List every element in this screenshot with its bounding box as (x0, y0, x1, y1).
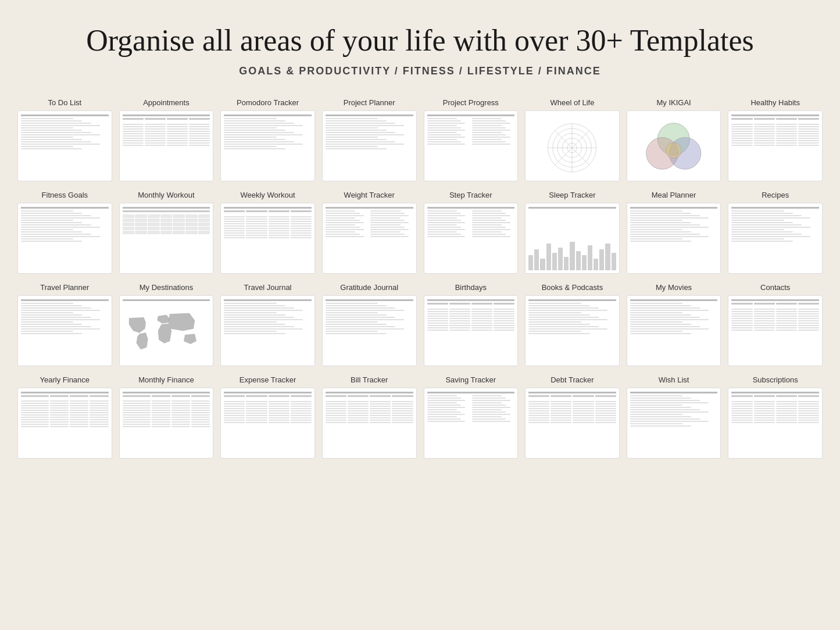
template-card-wheel-of-life[interactable]: Wheel of Life (525, 98, 620, 181)
template-card-contacts[interactable]: Contacts (728, 283, 823, 366)
template-label-wheel-of-life: Wheel of Life (551, 98, 595, 107)
template-card-my-destinations[interactable]: My Destinations (119, 283, 214, 366)
template-label-my-movies: My Movies (656, 283, 692, 292)
template-card-appointments[interactable]: Appointments (119, 98, 214, 181)
template-card-books-podcasts[interactable]: Books & Podcasts (525, 283, 620, 366)
template-card-to-do-list[interactable]: To Do List (17, 98, 112, 181)
template-card-expense-tracker[interactable]: Expense Tracker (220, 375, 315, 459)
template-card-birthdays[interactable]: Birthdays (424, 283, 519, 366)
template-preview-healthy-habits (728, 110, 823, 181)
template-label-step-tracker: Step Tracker (449, 191, 492, 199)
template-card-meal-planner[interactable]: Meal Planner (627, 191, 721, 274)
template-label-monthly-finance: Monthly Finance (138, 375, 194, 384)
template-label-my-ikigai: My IKIGAI (656, 98, 691, 107)
template-card-sleep-tracker[interactable]: Sleep Tracker (525, 191, 620, 274)
template-card-wish-list[interactable]: Wish List (627, 375, 721, 459)
template-preview-appointments (119, 110, 214, 181)
template-label-appointments: Appointments (143, 98, 190, 107)
template-preview-weight-tracker (322, 203, 417, 274)
template-preview-my-ikigai (627, 110, 721, 181)
template-preview-pomodoro-tracker (220, 110, 315, 181)
template-card-project-progress[interactable]: Project Progress (424, 98, 519, 181)
template-card-yearly-finance[interactable]: Yearly Finance (17, 375, 112, 459)
template-label-monthly-workout: Monthly Workout (138, 191, 194, 199)
template-label-fitness-goals: Fitness Goals (42, 191, 88, 199)
template-card-travel-planner[interactable]: Travel Planner (17, 283, 112, 366)
template-label-project-progress: Project Progress (443, 98, 499, 107)
template-label-to-do-list: To Do List (48, 98, 81, 107)
template-card-my-ikigai[interactable]: My IKIGAI (627, 98, 721, 181)
template-preview-meal-planner (627, 203, 721, 274)
template-label-weekly-workout: Weekly Workout (240, 191, 295, 199)
template-preview-bill-tracker (322, 388, 417, 459)
grid-row-row3: Travel PlannerMy Destinations Tra (17, 283, 823, 366)
template-preview-to-do-list (17, 110, 112, 181)
template-preview-wish-list (627, 388, 721, 459)
template-card-gratitude-journal[interactable]: Gratitude Journal (322, 283, 417, 366)
template-label-expense-tracker: Expense Tracker (240, 375, 296, 384)
page-subtitle: GOALS & PRODUCTIVITY / FITNESS / LIFESTY… (239, 65, 601, 77)
template-card-monthly-finance[interactable]: Monthly Finance (119, 375, 214, 459)
template-label-birthdays: Birthdays (455, 283, 487, 292)
template-label-saving-tracker: Saving Tracker (445, 375, 496, 384)
template-label-contacts: Contacts (760, 283, 790, 292)
template-card-debt-tracker[interactable]: Debt Tracker (525, 375, 620, 459)
template-preview-step-tracker (424, 203, 519, 274)
template-preview-travel-journal (220, 295, 315, 366)
template-card-weight-tracker[interactable]: Weight Tracker (322, 191, 417, 274)
template-card-saving-tracker[interactable]: Saving Tracker (424, 375, 519, 459)
template-label-debt-tracker: Debt Tracker (551, 375, 594, 384)
template-preview-my-movies (627, 295, 721, 366)
grid-row-row4: Yearly FinanceMonthly FinanceExpense Tra… (17, 375, 823, 459)
template-label-project-planner: Project Planner (344, 98, 395, 107)
template-preview-project-progress (424, 110, 519, 181)
template-preview-saving-tracker (424, 388, 519, 459)
template-label-healthy-habits: Healthy Habits (750, 98, 800, 107)
template-preview-contacts (728, 295, 823, 366)
template-label-weight-tracker: Weight Tracker (344, 191, 395, 199)
template-card-monthly-workout[interactable]: Monthly Workout (119, 191, 214, 274)
template-label-sleep-tracker: Sleep Tracker (549, 191, 595, 199)
template-preview-expense-tracker (220, 388, 315, 459)
svg-point-12 (666, 142, 681, 158)
template-label-wish-list: Wish List (659, 375, 689, 384)
template-label-bill-tracker: Bill Tracker (351, 375, 388, 384)
template-preview-books-podcasts (525, 295, 620, 366)
template-card-project-planner[interactable]: Project Planner (322, 98, 417, 181)
template-preview-monthly-workout (119, 203, 214, 274)
template-preview-travel-planner (17, 295, 112, 366)
template-label-gratitude-journal: Gratitude Journal (340, 283, 398, 292)
template-label-travel-planner: Travel Planner (40, 283, 89, 292)
template-preview-debt-tracker (525, 388, 620, 459)
template-card-pomodoro-tracker[interactable]: Pomodoro Tracker (220, 98, 315, 181)
template-card-recipes[interactable]: Recipes (728, 191, 823, 274)
template-preview-fitness-goals (17, 203, 112, 274)
template-label-yearly-finance: Yearly Finance (40, 375, 90, 384)
grid-row-row1: To Do ListAppointmentsPomodoro TrackerPr… (17, 98, 823, 181)
template-label-books-podcasts: Books & Podcasts (542, 283, 603, 292)
template-preview-gratitude-journal (322, 295, 417, 366)
grid-row-row2: Fitness GoalsMonthly WorkoutWeekly Worko… (17, 191, 823, 274)
template-card-weekly-workout[interactable]: Weekly Workout (220, 191, 315, 274)
template-preview-yearly-finance (17, 388, 112, 459)
template-card-fitness-goals[interactable]: Fitness Goals (17, 191, 112, 274)
template-label-recipes: Recipes (762, 191, 789, 199)
template-label-pomodoro-tracker: Pomodoro Tracker (237, 98, 299, 107)
template-preview-my-destinations (119, 295, 214, 366)
template-preview-project-planner (322, 110, 417, 181)
template-preview-monthly-finance (119, 388, 214, 459)
template-preview-recipes (728, 203, 823, 274)
template-preview-sleep-tracker (525, 203, 620, 274)
template-label-travel-journal: Travel Journal (244, 283, 292, 292)
template-card-subscriptions[interactable]: Subscriptions (728, 375, 823, 459)
template-card-travel-journal[interactable]: Travel Journal (220, 283, 315, 366)
template-preview-subscriptions (728, 388, 823, 459)
page-title: Organise all areas of your life with ove… (86, 23, 754, 58)
template-card-my-movies[interactable]: My Movies (627, 283, 721, 366)
template-label-subscriptions: Subscriptions (753, 375, 798, 384)
template-preview-birthdays (424, 295, 519, 366)
template-card-healthy-habits[interactable]: Healthy Habits (728, 98, 823, 181)
template-card-bill-tracker[interactable]: Bill Tracker (322, 375, 417, 459)
template-card-step-tracker[interactable]: Step Tracker (424, 191, 519, 274)
template-label-my-destinations: My Destinations (140, 283, 193, 292)
